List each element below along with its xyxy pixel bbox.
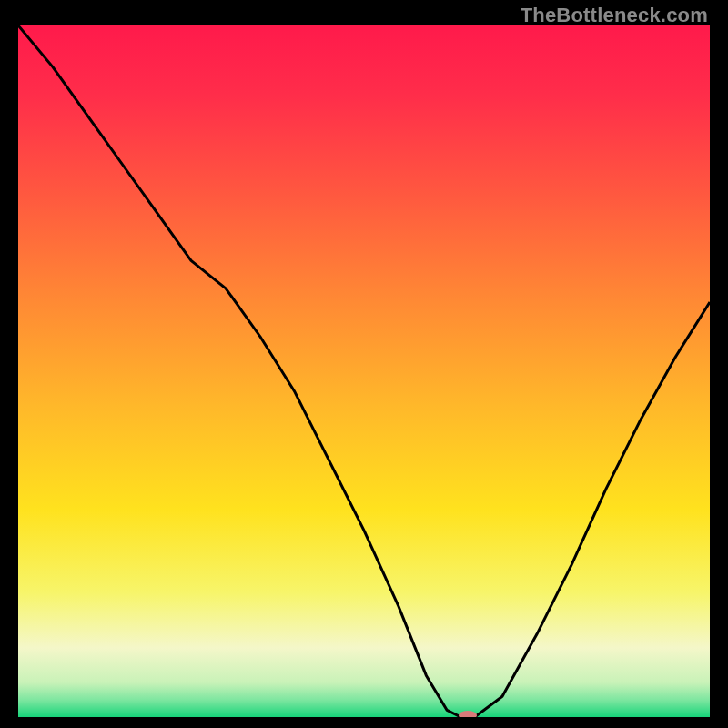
bottleneck-chart xyxy=(18,25,710,717)
chart-background xyxy=(18,25,710,717)
chart-frame xyxy=(18,25,710,717)
watermark-text: TheBottleneck.com xyxy=(521,4,708,27)
